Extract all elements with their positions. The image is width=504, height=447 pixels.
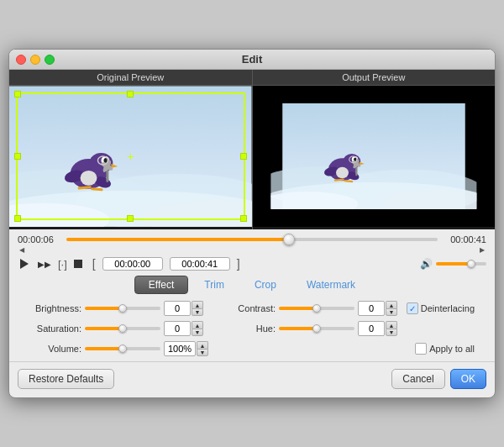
arrows-row: ◀ ▶ [18,246,486,254]
arrow-right-icon[interactable]: ▶ [480,246,485,254]
param-row-1: Brightness: ▲ ▼ Contrast: ▲ ▼ [29,301,475,316]
hue-step-down[interactable]: ▼ [386,329,397,336]
volume-label: Volume: [29,344,81,354]
apply-to-all-area: Apply to all [415,343,475,355]
minimize-button[interactable] [30,55,40,65]
contrast-slider[interactable] [279,307,354,310]
tab-effect[interactable]: Effect [134,276,188,294]
timeline-slider[interactable] [66,238,438,241]
param-row-2: Saturation: ▲ ▼ Hue: ▲ ▼ [29,321,475,336]
traffic-lights [16,55,55,65]
hue-input[interactable] [358,321,385,336]
original-preview-panel: Original Preview [9,70,252,229]
hue-step-up[interactable]: ▲ [386,321,397,329]
saturation-label: Saturation: [29,323,81,334]
contrast-step-up[interactable]: ▲ [386,301,397,308]
window-title: Edit [242,53,263,66]
contrast-step-down[interactable]: ▼ [386,308,397,316]
playback-row: ▶▶ [·] [ ] 🔊 [18,257,486,271]
brightness-stepper: ▲ ▼ [192,301,203,316]
in-point-bracket[interactable]: [ [92,257,96,271]
controls-area: 00:00:06 00:00:41 ◀ ▶ ▶▶ [·] [ ] 🔊 [9,229,495,356]
hue-stepper: ▲ ▼ [386,321,397,336]
tab-trim[interactable]: Trim [190,276,239,294]
deinterlacing-label: Deinterlacing [421,303,475,313]
hue-slider[interactable] [279,327,354,330]
ok-button[interactable]: OK [450,369,486,389]
fast-forward-button[interactable]: ▶▶ [38,260,51,269]
output-preview-panel: Output Preview [253,70,496,229]
contrast-thumb[interactable] [312,304,321,313]
out-point-bracket[interactable]: ] [237,257,240,271]
brightness-slider[interactable] [85,307,160,310]
saturation-stepper: ▲ ▼ [192,321,203,336]
saturation-input[interactable] [164,321,191,336]
params-area: Brightness: ▲ ▼ Contrast: ▲ ▼ [18,301,486,356]
volume-thumb[interactable] [467,260,475,268]
apply-to-all-checkbox[interactable] [415,343,427,355]
out-point-input[interactable] [170,257,230,271]
brightness-thumb[interactable] [118,304,127,313]
original-preview-content: + [9,86,252,227]
output-preview-label: Output Preview [253,70,496,86]
titlebar: Edit [9,50,495,70]
volume-thumb-params[interactable] [118,344,127,353]
frame-step-button[interactable]: [·] [58,258,67,271]
maximize-button[interactable] [45,55,55,65]
hue-label: Hue: [223,323,276,334]
saturation-step-up[interactable]: ▲ [192,321,203,329]
tab-watermark[interactable]: Watermark [292,276,370,294]
saturation-slider[interactable] [85,327,160,330]
in-point-input[interactable] [102,257,163,271]
cancel-button[interactable]: Cancel [391,369,444,389]
tab-crop[interactable]: Crop [240,276,291,294]
play-button[interactable] [18,258,31,270]
volume-area: 🔊 [420,258,486,270]
original-preview-label: Original Preview [9,70,252,86]
start-time-label: 00:00:06 [18,234,61,245]
volume-icon: 🔊 [420,258,433,270]
saturation-step-down[interactable]: ▼ [192,329,203,336]
end-time-label: 00:00:41 [443,234,486,245]
tabs-row: Effect Trim Crop Watermark [18,276,486,294]
brightness-step-down[interactable]: ▼ [192,308,203,316]
bottom-bar: Restore Defaults Cancel OK [9,361,495,397]
deinterlacing-checkbox[interactable]: ✓ [407,302,418,314]
stop-button[interactable] [74,260,82,268]
brightness-label: Brightness: [29,303,81,313]
brightness-input[interactable] [164,301,191,316]
edit-window: Edit Original Preview [8,49,496,398]
hue-thumb[interactable] [312,324,321,333]
timeline-thumb[interactable] [283,234,295,245]
contrast-input[interactable] [358,301,385,316]
contrast-stepper: ▲ ▼ [386,301,397,316]
arrow-left-icon[interactable]: ◀ [19,246,24,254]
contrast-label: Contrast: [223,303,276,313]
apply-to-all-label: Apply to all [429,344,475,354]
preview-area: Original Preview [9,70,495,229]
volume-input[interactable] [164,341,196,356]
volume-step-up[interactable]: ▲ [197,341,208,349]
output-preview-content [253,86,496,227]
svg-point-17 [81,171,97,186]
brightness-step-up[interactable]: ▲ [192,301,203,308]
volume-step-down[interactable]: ▼ [197,349,208,356]
right-buttons: Cancel OK [391,369,486,389]
deinterlacing-area: ✓ Deinterlacing [407,302,475,314]
volume-slider-params[interactable] [85,347,160,350]
restore-defaults-button[interactable]: Restore Defaults [18,369,114,389]
close-button[interactable] [16,55,26,65]
svg-point-37 [336,167,349,179]
saturation-thumb[interactable] [118,324,127,333]
param-row-3: Volume: ▲ ▼ Apply to all [29,341,475,356]
volume-stepper: ▲ ▼ [197,341,208,356]
play-icon [20,259,29,269]
volume-slider[interactable] [436,262,486,266]
timeline-row: 00:00:06 00:00:41 [18,234,486,245]
